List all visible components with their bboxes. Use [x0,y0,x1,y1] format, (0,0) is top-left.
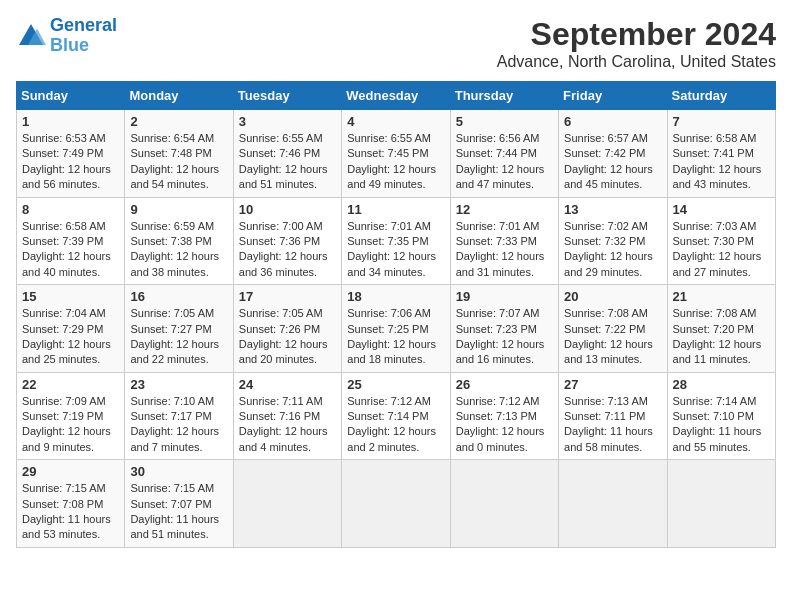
calendar-day-cell: 30 Sunrise: 7:15 AM Sunset: 7:07 PM Dayl… [125,460,233,548]
day-info: Sunrise: 6:55 AM Sunset: 7:45 PM Dayligh… [347,131,444,193]
weekday-header: Wednesday [342,82,450,110]
day-number: 16 [130,289,227,304]
calendar-day-cell: 29 Sunrise: 7:15 AM Sunset: 7:08 PM Dayl… [17,460,125,548]
day-info: Sunrise: 7:04 AM Sunset: 7:29 PM Dayligh… [22,306,119,368]
calendar-day-cell: 9 Sunrise: 6:59 AM Sunset: 7:38 PM Dayli… [125,197,233,285]
calendar-day-cell: 19 Sunrise: 7:07 AM Sunset: 7:23 PM Dayl… [450,285,558,373]
day-info: Sunrise: 7:15 AM Sunset: 7:07 PM Dayligh… [130,481,227,543]
calendar-day-cell: 6 Sunrise: 6:57 AM Sunset: 7:42 PM Dayli… [559,110,667,198]
day-number: 3 [239,114,336,129]
day-number: 29 [22,464,119,479]
day-number: 1 [22,114,119,129]
day-number: 14 [673,202,770,217]
day-info: Sunrise: 7:09 AM Sunset: 7:19 PM Dayligh… [22,394,119,456]
day-info: Sunrise: 7:08 AM Sunset: 7:20 PM Dayligh… [673,306,770,368]
calendar-day-cell: 24 Sunrise: 7:11 AM Sunset: 7:16 PM Dayl… [233,372,341,460]
day-info: Sunrise: 7:15 AM Sunset: 7:08 PM Dayligh… [22,481,119,543]
calendar-day-cell: 11 Sunrise: 7:01 AM Sunset: 7:35 PM Dayl… [342,197,450,285]
logo-icon [16,21,46,51]
calendar-day-cell [450,460,558,548]
calendar-day-cell: 20 Sunrise: 7:08 AM Sunset: 7:22 PM Dayl… [559,285,667,373]
day-info: Sunrise: 7:14 AM Sunset: 7:10 PM Dayligh… [673,394,770,456]
day-info: Sunrise: 6:58 AM Sunset: 7:41 PM Dayligh… [673,131,770,193]
calendar-day-cell: 21 Sunrise: 7:08 AM Sunset: 7:20 PM Dayl… [667,285,775,373]
day-number: 28 [673,377,770,392]
day-info: Sunrise: 7:11 AM Sunset: 7:16 PM Dayligh… [239,394,336,456]
day-number: 12 [456,202,553,217]
calendar-day-cell: 26 Sunrise: 7:12 AM Sunset: 7:13 PM Dayl… [450,372,558,460]
day-number: 26 [456,377,553,392]
calendar-day-cell: 15 Sunrise: 7:04 AM Sunset: 7:29 PM Dayl… [17,285,125,373]
weekday-header: Saturday [667,82,775,110]
calendar-day-cell: 18 Sunrise: 7:06 AM Sunset: 7:25 PM Dayl… [342,285,450,373]
day-number: 4 [347,114,444,129]
day-number: 21 [673,289,770,304]
day-number: 5 [456,114,553,129]
calendar-day-cell: 2 Sunrise: 6:54 AM Sunset: 7:48 PM Dayli… [125,110,233,198]
day-number: 10 [239,202,336,217]
day-info: Sunrise: 7:05 AM Sunset: 7:26 PM Dayligh… [239,306,336,368]
day-number: 24 [239,377,336,392]
calendar-day-cell: 5 Sunrise: 6:56 AM Sunset: 7:44 PM Dayli… [450,110,558,198]
day-info: Sunrise: 6:54 AM Sunset: 7:48 PM Dayligh… [130,131,227,193]
day-number: 22 [22,377,119,392]
calendar-week-row: 22 Sunrise: 7:09 AM Sunset: 7:19 PM Dayl… [17,372,776,460]
calendar-table: SundayMondayTuesdayWednesdayThursdayFrid… [16,81,776,548]
calendar-day-cell: 28 Sunrise: 7:14 AM Sunset: 7:10 PM Dayl… [667,372,775,460]
day-info: Sunrise: 7:00 AM Sunset: 7:36 PM Dayligh… [239,219,336,281]
calendar-day-cell: 23 Sunrise: 7:10 AM Sunset: 7:17 PM Dayl… [125,372,233,460]
day-number: 30 [130,464,227,479]
weekday-header: Monday [125,82,233,110]
day-number: 11 [347,202,444,217]
calendar-week-row: 1 Sunrise: 6:53 AM Sunset: 7:49 PM Dayli… [17,110,776,198]
day-info: Sunrise: 7:08 AM Sunset: 7:22 PM Dayligh… [564,306,661,368]
page-title: September 2024 [497,16,776,53]
day-info: Sunrise: 7:13 AM Sunset: 7:11 PM Dayligh… [564,394,661,456]
day-number: 17 [239,289,336,304]
day-number: 18 [347,289,444,304]
day-number: 8 [22,202,119,217]
calendar-day-cell [667,460,775,548]
weekday-header: Sunday [17,82,125,110]
day-number: 25 [347,377,444,392]
day-info: Sunrise: 6:53 AM Sunset: 7:49 PM Dayligh… [22,131,119,193]
calendar-day-cell [342,460,450,548]
calendar-day-cell [559,460,667,548]
day-number: 7 [673,114,770,129]
calendar-day-cell: 17 Sunrise: 7:05 AM Sunset: 7:26 PM Dayl… [233,285,341,373]
calendar-day-cell: 27 Sunrise: 7:13 AM Sunset: 7:11 PM Dayl… [559,372,667,460]
day-number: 2 [130,114,227,129]
calendar-day-cell: 12 Sunrise: 7:01 AM Sunset: 7:33 PM Dayl… [450,197,558,285]
day-info: Sunrise: 7:05 AM Sunset: 7:27 PM Dayligh… [130,306,227,368]
day-number: 20 [564,289,661,304]
calendar-day-cell: 3 Sunrise: 6:55 AM Sunset: 7:46 PM Dayli… [233,110,341,198]
day-info: Sunrise: 6:55 AM Sunset: 7:46 PM Dayligh… [239,131,336,193]
page-subtitle: Advance, North Carolina, United States [497,53,776,71]
day-number: 13 [564,202,661,217]
day-info: Sunrise: 7:02 AM Sunset: 7:32 PM Dayligh… [564,219,661,281]
calendar-day-cell: 16 Sunrise: 7:05 AM Sunset: 7:27 PM Dayl… [125,285,233,373]
calendar-week-row: 29 Sunrise: 7:15 AM Sunset: 7:08 PM Dayl… [17,460,776,548]
day-info: Sunrise: 7:01 AM Sunset: 7:35 PM Dayligh… [347,219,444,281]
calendar-day-cell: 25 Sunrise: 7:12 AM Sunset: 7:14 PM Dayl… [342,372,450,460]
logo: General Blue [16,16,117,56]
day-info: Sunrise: 6:56 AM Sunset: 7:44 PM Dayligh… [456,131,553,193]
day-info: Sunrise: 7:12 AM Sunset: 7:14 PM Dayligh… [347,394,444,456]
weekday-header: Friday [559,82,667,110]
page-header: General Blue September 2024 Advance, Nor… [16,16,776,71]
day-number: 6 [564,114,661,129]
day-info: Sunrise: 7:01 AM Sunset: 7:33 PM Dayligh… [456,219,553,281]
weekday-header: Tuesday [233,82,341,110]
day-info: Sunrise: 7:10 AM Sunset: 7:17 PM Dayligh… [130,394,227,456]
calendar-day-cell: 1 Sunrise: 6:53 AM Sunset: 7:49 PM Dayli… [17,110,125,198]
calendar-day-cell: 8 Sunrise: 6:58 AM Sunset: 7:39 PM Dayli… [17,197,125,285]
calendar-day-cell: 13 Sunrise: 7:02 AM Sunset: 7:32 PM Dayl… [559,197,667,285]
day-number: 27 [564,377,661,392]
calendar-day-cell: 4 Sunrise: 6:55 AM Sunset: 7:45 PM Dayli… [342,110,450,198]
weekday-header: Thursday [450,82,558,110]
day-info: Sunrise: 7:07 AM Sunset: 7:23 PM Dayligh… [456,306,553,368]
day-number: 23 [130,377,227,392]
day-info: Sunrise: 6:59 AM Sunset: 7:38 PM Dayligh… [130,219,227,281]
day-number: 15 [22,289,119,304]
calendar-day-cell: 7 Sunrise: 6:58 AM Sunset: 7:41 PM Dayli… [667,110,775,198]
